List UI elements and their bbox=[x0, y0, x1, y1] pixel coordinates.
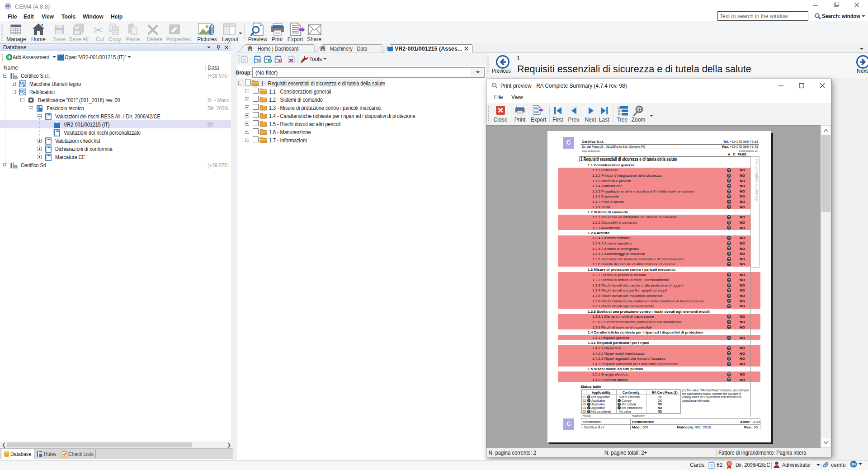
svg-text:EN: EN bbox=[851, 463, 856, 466]
svg-text:?: ? bbox=[258, 59, 260, 62]
